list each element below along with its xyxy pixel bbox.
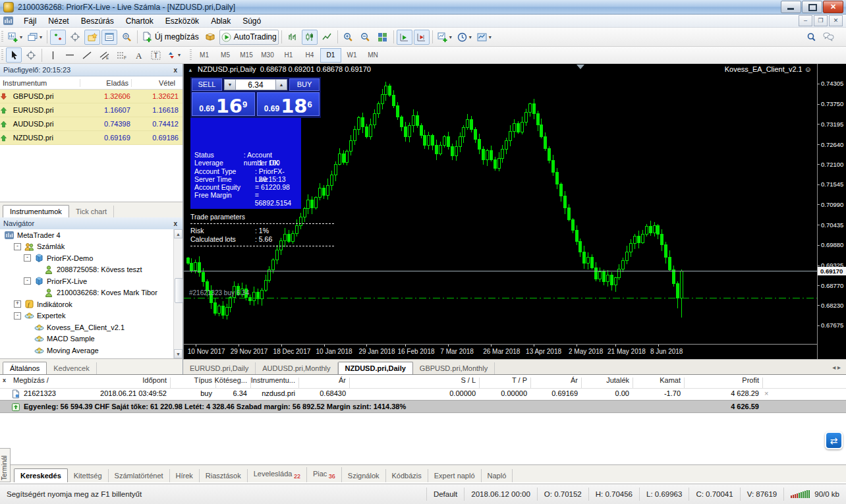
terminal-column-header[interactable]: S / L <box>461 376 476 384</box>
lot-increase-icon[interactable]: ▲ <box>275 79 287 90</box>
tree-expander-icon[interactable]: - <box>24 277 31 285</box>
chevron-down-icon[interactable]: ▾ <box>489 34 492 40</box>
indicators-button[interactable]: ▾ <box>436 30 454 45</box>
menu-eszközök[interactable]: Eszközök <box>159 16 205 26</box>
terminal-column-header[interactable]: T / P <box>512 376 527 384</box>
teamviewer-overlay-icon[interactable]: ⇄ <box>825 432 843 457</box>
date-axis[interactable]: 10 Nov 201729 Nov 201718 Dec 201710 Jan … <box>184 344 818 359</box>
terminal-column-header[interactable]: Profit <box>742 376 759 384</box>
timeframe-h4[interactable]: H4 <box>299 48 320 63</box>
line-chart-button[interactable] <box>319 30 335 45</box>
market-watch-row[interactable]: NZDUSD.pri0.691690.69186 <box>0 131 183 145</box>
timeframe-h1[interactable]: H1 <box>278 48 299 63</box>
terminal-column-header[interactable]: Ár <box>339 376 346 384</box>
chart-shift-button[interactable] <box>414 30 430 45</box>
scroll-up-icon[interactable]: ▲ <box>174 229 183 238</box>
buy-price-display[interactable]: 0.69186 <box>257 92 320 116</box>
collapse-icon[interactable]: ▲ <box>188 67 193 73</box>
market-watch-title[interactable]: Piacfigyelő: 20:15:23 x <box>0 64 183 76</box>
market-watch-close-icon[interactable]: x <box>171 67 179 74</box>
lot-size-field[interactable]: 6.34 <box>236 79 275 90</box>
zoom-out-button[interactable] <box>358 30 374 45</box>
chevron-down-icon[interactable]: ▾ <box>20 34 22 40</box>
terminal-tab-riasztások[interactable]: Riasztások <box>200 469 248 482</box>
terminal-tab-kereskedés[interactable]: Kereskedés <box>14 468 68 482</box>
fibonacci-button[interactable]: F <box>113 47 129 63</box>
channel-button[interactable]: E <box>96 47 112 63</box>
toolbar-grip[interactable] <box>1 49 3 61</box>
terminal-tab-kódbázis[interactable]: Kódbázis <box>386 469 428 482</box>
tree-expander-icon[interactable]: - <box>14 312 21 320</box>
new-chart-button[interactable]: ▾ <box>6 30 24 45</box>
order-close-icon[interactable]: × <box>764 389 768 397</box>
tree-item[interactable]: MetaTrader 4 <box>0 229 173 241</box>
chart-area[interactable]: ▲ NZDUSD.pri,Daily 0.68678 0.69201 0.686… <box>183 64 817 359</box>
tree-expander-icon[interactable]: + <box>14 300 21 308</box>
menu-chartok[interactable]: Chartok <box>120 16 159 26</box>
chart-tab[interactable]: GBPUSD.pri,Monthly <box>413 362 495 374</box>
label-button[interactable]: T <box>148 47 163 63</box>
cursor-button[interactable] <box>6 47 22 63</box>
tree-item[interactable]: -PriorFX-Live <box>0 275 173 287</box>
terminal-vertical-tab[interactable]: Terminál <box>0 448 11 482</box>
minimize-button[interactable] <box>781 1 801 13</box>
text-button[interactable]: A <box>130 47 146 63</box>
tree-item[interactable]: Moving Average <box>0 345 173 356</box>
market-watch-row[interactable]: GBPUSD.pri1.326061.32621 <box>0 90 183 103</box>
timeframe-m15[interactable]: M15 <box>236 48 257 63</box>
column-header-1[interactable]: Eladás <box>80 79 132 87</box>
terminal-tab-kitettség[interactable]: Kitettség <box>68 469 109 482</box>
timeframe-m30[interactable]: M30 <box>257 48 278 63</box>
tree-item[interactable]: 2088725058: Kövess teszt <box>0 264 173 276</box>
periods-button[interactable]: ▾ <box>455 30 474 45</box>
vertical-line-button[interactable] <box>45 47 61 63</box>
terminal-tab-piac[interactable]: Piac 36 <box>307 467 342 482</box>
chat-button[interactable] <box>820 30 836 45</box>
tile-windows-button[interactable] <box>375 30 391 45</box>
profiles-button[interactable]: ▾ <box>26 30 44 45</box>
tree-item[interactable]: -Expertek <box>0 310 173 322</box>
navigator-title[interactable]: Navigátor x <box>0 217 183 230</box>
terminal-column-header[interactable]: Kamat <box>660 376 681 384</box>
tree-item[interactable]: -PriorFX-Demo <box>0 252 173 264</box>
price-axis[interactable]: 0.743050.737500.731950.726400.721000.715… <box>817 64 846 359</box>
menu-ablak[interactable]: Ablak <box>205 16 237 26</box>
metaeditor-button[interactable] <box>202 30 218 45</box>
restore-button[interactable] <box>802 1 822 13</box>
new-order-button[interactable]: Új megbízás <box>140 30 201 45</box>
market-watch-tab-2[interactable]: Tick chart <box>69 206 114 217</box>
timeframe-mn[interactable]: MN <box>362 48 383 63</box>
horizontal-line-button[interactable] <box>62 47 78 63</box>
chart-tab[interactable]: EURUSD.pri,Daily <box>183 362 256 374</box>
child-minimize-button[interactable]: – <box>799 15 812 26</box>
auto-scroll-button[interactable] <box>397 30 412 45</box>
close-button[interactable] <box>823 1 843 13</box>
sell-button[interactable]: SELL <box>192 78 222 91</box>
terminal-column-header[interactable]: Jutalék <box>606 376 629 384</box>
tree-item[interactable]: +fIndikátorok <box>0 298 173 310</box>
terminal-tab-expert-napló[interactable]: Expert napló <box>428 469 482 482</box>
tree-item[interactable]: 2100036268: Koves Mark Tibor <box>0 287 173 299</box>
chart-tab[interactable]: NZDUSD.pri,Daily <box>338 362 413 374</box>
tree-item[interactable]: -Számlák <box>0 241 173 253</box>
terminal-column-header[interactable]: Kötéseg... <box>214 376 247 384</box>
terminal-tab-levelesláda[interactable]: Levelesláda 22 <box>248 467 307 482</box>
zoom-in-button[interactable] <box>341 30 356 45</box>
lot-decrease-icon[interactable]: ▼ <box>224 79 236 90</box>
open-order-row[interactable]: 216213232018.06.21 03:49:52buy6.34nzdusd… <box>0 388 846 400</box>
templates-button[interactable]: ▾ <box>475 30 494 45</box>
trendline-button[interactable] <box>79 47 95 63</box>
chevron-down-icon[interactable]: ▾ <box>40 34 42 40</box>
timeframe-m1[interactable]: M1 <box>194 48 215 63</box>
chart-tab-scroll-icons[interactable]: ◂ ▸ <box>832 364 846 371</box>
strategy-tester-button[interactable] <box>119 30 134 45</box>
navigator-tab-2[interactable]: Kedvencek <box>47 362 96 374</box>
terminal-tab-szignálok[interactable]: Szignálok <box>342 469 386 482</box>
menu-súgó[interactable]: Súgó <box>237 16 267 26</box>
arrows-button[interactable]: ▾ <box>165 47 183 63</box>
crosshair-button[interactable] <box>23 47 39 63</box>
autotrading-button[interactable]: AutoTrading <box>219 30 279 45</box>
terminal-column-header[interactable]: Megbízás / <box>13 376 49 384</box>
menu-beszúrás[interactable]: Beszúrás <box>75 16 120 26</box>
chevron-down-icon[interactable]: ▾ <box>178 52 181 58</box>
